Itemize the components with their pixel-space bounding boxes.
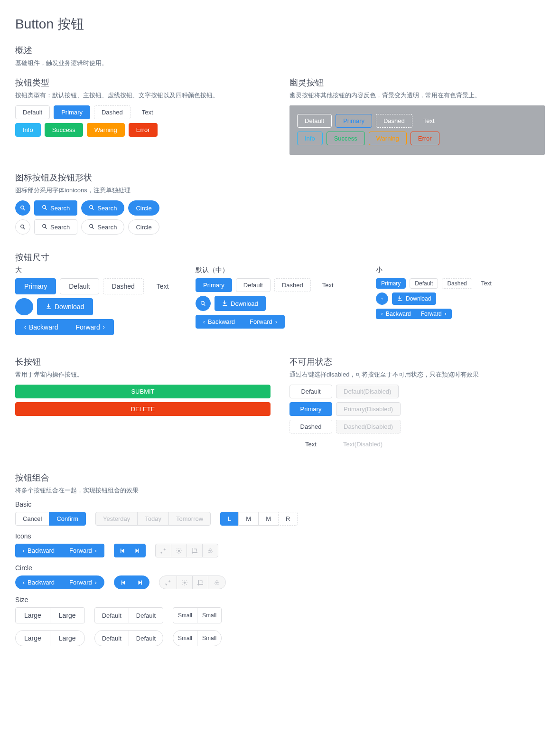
search-button[interactable]: Search xyxy=(34,200,77,216)
text-small-button[interactable]: Text xyxy=(476,278,497,289)
download-default-button[interactable]: Download xyxy=(215,296,266,311)
text-button[interactable]: Text xyxy=(134,105,161,119)
backward-button[interactable]: ‹Backward xyxy=(196,315,243,329)
search-button-default[interactable]: Search xyxy=(34,219,77,235)
small-button[interactable]: Small xyxy=(197,630,222,646)
nav-circle-group: ‹Backward Forward› xyxy=(15,575,104,589)
ghost-text-button[interactable]: Text xyxy=(416,114,442,128)
default-button[interactable]: Default xyxy=(289,385,332,398)
confirm-button[interactable]: Confirm xyxy=(49,512,86,526)
large-button[interactable]: Large xyxy=(50,607,85,623)
chevron-right-icon: › xyxy=(103,324,105,330)
forward-button[interactable]: Forward› xyxy=(62,575,104,589)
backward-button[interactable]: ‹Backward xyxy=(15,575,62,589)
ghost-warning-button[interactable]: Warning xyxy=(369,132,407,145)
search-icon-button[interactable] xyxy=(15,200,30,216)
groups-size-label: Size xyxy=(15,596,545,604)
default-small-button[interactable]: Default xyxy=(410,278,438,289)
large-button[interactable]: Large xyxy=(15,630,50,646)
search-icon-small-button[interactable] xyxy=(376,292,388,305)
forward-label: Forward xyxy=(69,579,92,586)
nav-group-small: ‹Backward Forward› xyxy=(376,309,452,319)
skip-forward-button[interactable] xyxy=(130,544,146,557)
dashed-button[interactable]: Dashed xyxy=(289,420,332,434)
dashed-default-button[interactable]: Dashed xyxy=(274,278,311,292)
large-button[interactable]: Large xyxy=(15,607,50,623)
error-button[interactable]: Error xyxy=(129,123,158,137)
m-button[interactable]: M xyxy=(238,512,259,526)
submit-button[interactable]: SUBMIT xyxy=(15,385,271,398)
forward-button[interactable]: Forward› xyxy=(242,315,285,329)
primary-button[interactable]: Primary xyxy=(54,105,90,119)
ghost-success-button[interactable]: Success xyxy=(327,132,365,145)
small-button[interactable]: Small xyxy=(173,607,197,623)
primary-button[interactable]: Primary xyxy=(289,402,332,416)
skip-back-icon xyxy=(119,548,125,554)
default-button[interactable]: Default xyxy=(129,630,163,646)
warning-button[interactable]: Warning xyxy=(87,123,125,137)
m2-button[interactable]: M xyxy=(258,512,279,526)
default-button[interactable]: Default xyxy=(94,630,129,646)
search-circle-button-default[interactable]: Search xyxy=(81,219,124,235)
dashed-large-button[interactable]: Dashed xyxy=(103,278,144,294)
default-large-button[interactable]: Default xyxy=(60,278,99,294)
search-icon-default-button[interactable] xyxy=(196,296,211,311)
primary-default-button[interactable]: Primary xyxy=(196,278,232,292)
skip-back-button[interactable] xyxy=(114,544,130,557)
skip-back-button[interactable] xyxy=(114,575,132,589)
default-default-button[interactable]: Default xyxy=(236,278,271,292)
primary-small-button[interactable]: Primary xyxy=(376,278,406,289)
search-icon-button-default[interactable] xyxy=(15,219,30,235)
dashed-button[interactable]: Dashed xyxy=(94,105,131,119)
default-button[interactable]: Default xyxy=(129,607,163,623)
success-button[interactable]: Success xyxy=(45,123,83,137)
disabled-heading: 不可用状态 xyxy=(289,356,545,368)
info-button[interactable]: Info xyxy=(15,123,41,137)
text-default-button[interactable]: Text xyxy=(315,278,341,292)
backward-button[interactable]: ‹Backward xyxy=(376,309,416,319)
backward-button[interactable]: ‹Backward xyxy=(15,544,62,557)
page-title: Button 按钮 xyxy=(15,15,545,33)
forward-button[interactable]: Forward› xyxy=(66,319,113,335)
large-button[interactable]: Large xyxy=(50,630,85,646)
ghost-primary-button[interactable]: Primary xyxy=(336,114,372,128)
cancel-button[interactable]: Cancel xyxy=(15,512,49,526)
dashed-small-button[interactable]: Dashed xyxy=(442,278,472,289)
backward-button[interactable]: ‹Backward xyxy=(15,319,67,335)
ghost-error-button[interactable]: Error xyxy=(411,132,439,145)
dashed-disabled-button: Dashed(Disabled) xyxy=(336,420,401,434)
l-button[interactable]: L xyxy=(220,512,239,526)
skip-forward-button[interactable] xyxy=(131,575,149,589)
types-desc: 按钮类型有：默认按钮、主按钮、虚线按钮、文字按钮以及四种颜色按钮。 xyxy=(15,91,271,100)
download-small-button[interactable]: Download xyxy=(392,292,436,305)
search-icon-large-button[interactable] xyxy=(15,298,33,315)
forward-button[interactable]: Forward› xyxy=(416,309,452,319)
small-button[interactable]: Small xyxy=(173,630,197,646)
small-button[interactable]: Small xyxy=(197,607,222,623)
circle-button-default[interactable]: Circle xyxy=(128,219,159,235)
forward-label: Forward xyxy=(421,311,442,317)
forward-button[interactable]: Forward› xyxy=(62,544,104,557)
groups-icons-label: Icons xyxy=(15,532,545,540)
primary-large-button[interactable]: Primary xyxy=(15,278,56,294)
download-icon xyxy=(397,295,403,302)
crop-icon xyxy=(197,580,203,585)
download-icon xyxy=(46,303,52,311)
default-button[interactable]: Default xyxy=(15,105,50,119)
default-button[interactable]: Default xyxy=(94,607,129,623)
ghost-info-button[interactable]: Info xyxy=(297,132,323,145)
search-icon xyxy=(200,301,206,306)
text-large-button[interactable]: Text xyxy=(148,278,178,294)
r-button[interactable]: R xyxy=(278,512,298,526)
ghost-dashed-button[interactable]: Dashed xyxy=(376,114,412,128)
circle-button[interactable]: Circle xyxy=(128,200,159,216)
text-button[interactable]: Text xyxy=(289,437,332,451)
download-large-button[interactable]: Download xyxy=(37,298,93,315)
forward-label: Forward xyxy=(75,323,100,331)
forward-label: Forward xyxy=(250,318,272,325)
search-icon xyxy=(20,205,26,211)
groups-basic-label: Basic xyxy=(15,500,545,508)
delete-button[interactable]: DELETE xyxy=(15,402,271,416)
search-circle-button[interactable]: Search xyxy=(81,200,124,216)
ghost-default-button[interactable]: Default xyxy=(297,114,332,128)
